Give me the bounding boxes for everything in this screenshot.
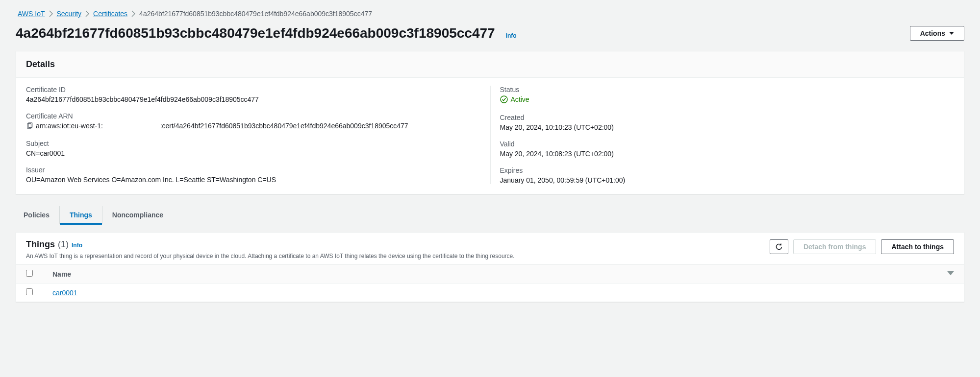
tab-noncompliance[interactable]: Noncompliance (102, 206, 173, 224)
details-panel: Details Certificate ID 4a264bf21677fd608… (16, 51, 964, 194)
thing-link[interactable]: car0001 (52, 289, 77, 297)
things-description: An AWS IoT thing is a representation and… (26, 253, 515, 259)
breadcrumb-certificates[interactable]: Certificates (93, 10, 127, 18)
certificate-id-value: 4a264bf21677fd60851b93cbbc480479e1ef4fdb… (26, 95, 480, 103)
certificate-arn-label: Certificate ARN (26, 112, 480, 120)
things-heading: Things (1) Info (26, 239, 82, 250)
valid-label: Valid (500, 140, 955, 148)
tab-things[interactable]: Things (59, 206, 102, 224)
info-link[interactable]: Info (506, 32, 517, 39)
details-heading: Details (26, 59, 954, 70)
refresh-button[interactable] (770, 239, 788, 254)
certificate-arn-value: arn:aws:iot:eu-west-1: :cert/4a264bf2167… (36, 122, 408, 130)
details-header: Details (16, 51, 964, 78)
subject-label: Subject (26, 140, 480, 147)
chevron-right-icon (49, 11, 53, 17)
chevron-right-icon (131, 11, 135, 17)
refresh-icon (775, 243, 783, 251)
issuer-value: OU=Amazon Web Services O=Amazon.com Inc.… (26, 176, 480, 184)
things-title: Things (26, 239, 55, 250)
check-circle-icon (500, 95, 508, 103)
certificate-id-label: Certificate ID (26, 86, 480, 94)
things-info-link[interactable]: Info (72, 242, 82, 249)
tab-policies[interactable]: Policies (16, 206, 59, 224)
breadcrumb-security[interactable]: Security (57, 10, 82, 18)
select-all-checkbox[interactable] (26, 270, 33, 277)
attach-to-things-button[interactable]: Attach to things (881, 239, 954, 254)
copy-icon[interactable] (26, 122, 33, 129)
actions-dropdown[interactable]: Actions (910, 26, 964, 41)
valid-value: May 20, 2024, 10:08:23 (UTC+02:00) (500, 150, 955, 158)
expires-value: January 01, 2050, 00:59:59 (UTC+01:00) (500, 176, 955, 184)
issuer-label: Issuer (26, 166, 480, 174)
caret-down-icon (949, 31, 954, 36)
table-row: car0001 (16, 283, 964, 302)
chevron-right-icon (85, 11, 89, 17)
breadcrumb-current: 4a264bf21677fd60851b93cbbc480479e1ef4fdb… (139, 10, 372, 18)
svg-point-2 (501, 96, 507, 103)
things-panel: Things (1) Info An AWS IoT thing is a re… (16, 232, 964, 302)
row-checkbox[interactable] (26, 288, 33, 295)
breadcrumb-aws-iot[interactable]: AWS IoT (18, 10, 45, 18)
tabs: Policies Things Noncompliance (16, 206, 964, 224)
page-title: 4a264bf21677fd60851b93cbbc480479e1ef4fdb… (16, 25, 495, 41)
status-label: Status (500, 86, 955, 94)
detach-from-things-button[interactable]: Detach from things (793, 239, 877, 254)
actions-label: Actions (920, 29, 945, 37)
column-name[interactable]: Name (43, 265, 937, 283)
settings-icon[interactable] (947, 270, 954, 278)
created-label: Created (500, 114, 955, 121)
breadcrumb: AWS IoT Security Certificates 4a264bf216… (16, 8, 964, 25)
things-count: (1) (58, 239, 69, 250)
subject-value: CN=car0001 (26, 149, 480, 157)
status-value: Active (511, 95, 529, 103)
created-value: May 20, 2024, 10:10:23 (UTC+02:00) (500, 123, 955, 131)
things-table: Name car0001 (16, 264, 964, 302)
expires-label: Expires (500, 166, 955, 174)
status-badge: Active (500, 95, 529, 103)
title-row: 4a264bf21677fd60851b93cbbc480479e1ef4fdb… (16, 25, 964, 41)
